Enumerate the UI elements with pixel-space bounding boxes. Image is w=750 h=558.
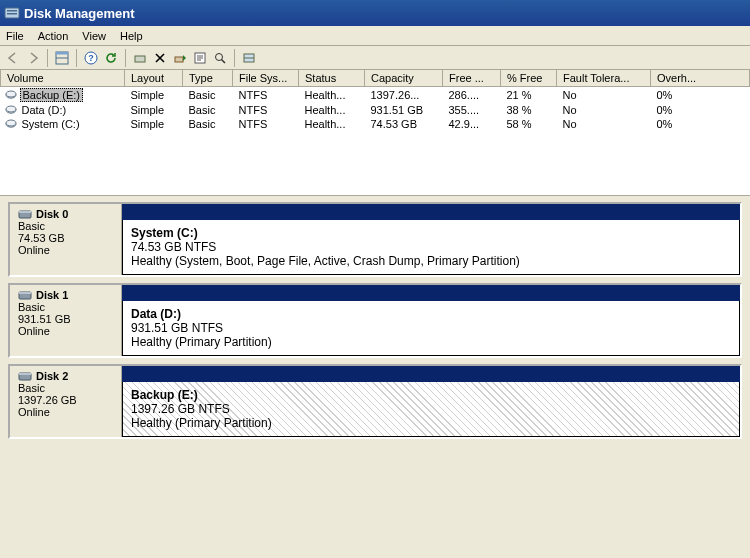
volume-icon	[5, 89, 17, 101]
volume-pctfree: 58 %	[501, 117, 557, 131]
toolbar-separator	[47, 49, 48, 67]
volume-row[interactable]: Data (D:)SimpleBasicNTFSHealth...931.51 …	[1, 103, 750, 117]
svg-rect-5	[56, 52, 68, 55]
col-pctfree[interactable]: % Free	[501, 70, 557, 87]
svg-rect-8	[135, 56, 145, 62]
col-filesys[interactable]: File Sys...	[233, 70, 299, 87]
volume-fault: No	[557, 103, 651, 117]
volume-type: Basic	[183, 103, 233, 117]
volume-status: Health...	[299, 117, 365, 131]
disk-status: Online	[18, 406, 113, 418]
partition-header-bar	[122, 204, 740, 220]
partition-size: 931.51 GB NTFS	[131, 321, 223, 335]
col-volume[interactable]: Volume	[1, 70, 125, 87]
partition-header-bar	[122, 366, 740, 382]
rescan-button[interactable]	[171, 49, 189, 67]
partition-header-bar	[122, 285, 740, 301]
partition-area[interactable]: Data (D:)931.51 GB NTFSHealthy (Primary …	[122, 285, 740, 356]
disk-size: 931.51 GB	[18, 313, 113, 325]
volume-name: Backup (E:)	[20, 88, 83, 102]
app-icon	[4, 5, 20, 21]
col-type[interactable]: Type	[183, 70, 233, 87]
disk-info: Disk 0Basic74.53 GBOnline	[10, 204, 122, 275]
volume-fs: NTFS	[233, 103, 299, 117]
volume-overhead: 0%	[651, 87, 750, 104]
volume-list[interactable]: Volume Layout Type File Sys... Status Ca…	[0, 70, 750, 195]
volume-fs: NTFS	[233, 87, 299, 104]
volume-icon	[5, 118, 17, 130]
toolbar-separator	[76, 49, 77, 67]
volume-table: Volume Layout Type File Sys... Status Ca…	[0, 70, 750, 131]
volume-overhead: 0%	[651, 117, 750, 131]
disk-row[interactable]: Disk 0Basic74.53 GBOnlineSystem (C:)74.5…	[8, 202, 742, 277]
col-fault[interactable]: Fault Tolera...	[557, 70, 651, 87]
menu-action[interactable]: Action	[38, 30, 69, 42]
volume-overhead: 0%	[651, 103, 750, 117]
forward-button	[24, 49, 42, 67]
menu-view[interactable]: View	[82, 30, 106, 42]
partition-block[interactable]: Backup (E:)1397.26 GB NTFSHealthy (Prima…	[122, 382, 740, 437]
svg-point-20	[6, 120, 16, 126]
delete-button[interactable]	[151, 49, 169, 67]
volume-row[interactable]: System (C:)SimpleBasicNTFSHealth...74.53…	[1, 117, 750, 131]
volume-layout: Simple	[125, 117, 183, 131]
svg-rect-2	[7, 13, 17, 15]
disk-row[interactable]: Disk 1Basic931.51 GBOnlineData (D:)931.5…	[8, 283, 742, 358]
properties-button[interactable]	[191, 49, 209, 67]
disk-row[interactable]: Disk 2Basic1397.26 GBOnlineBackup (E:)13…	[8, 364, 742, 439]
settings-button[interactable]	[240, 49, 258, 67]
view-panes-button[interactable]	[53, 49, 71, 67]
disk-size: 74.53 GB	[18, 232, 113, 244]
volume-capacity: 931.51 GB	[365, 103, 443, 117]
volume-name: Data (D:)	[20, 104, 69, 116]
volume-pctfree: 21 %	[501, 87, 557, 104]
disk-icon	[18, 208, 32, 220]
disk-type: Basic	[18, 220, 113, 232]
help-button[interactable]: ?	[82, 49, 100, 67]
svg-text:?: ?	[88, 53, 94, 63]
disk-map[interactable]: Disk 0Basic74.53 GBOnlineSystem (C:)74.5…	[0, 195, 750, 558]
toolbar-separator	[234, 49, 235, 67]
disk-info: Disk 2Basic1397.26 GBOnline	[10, 366, 122, 437]
svg-point-16	[6, 91, 16, 97]
toolbar: ?	[0, 46, 750, 70]
partition-name: Backup (E:)	[131, 388, 198, 402]
volume-status: Health...	[299, 103, 365, 117]
volume-fault: No	[557, 87, 651, 104]
volume-free: 355....	[443, 103, 501, 117]
col-status[interactable]: Status	[299, 70, 365, 87]
menu-help[interactable]: Help	[120, 30, 143, 42]
search-button[interactable]	[211, 49, 229, 67]
volume-capacity: 74.53 GB	[365, 117, 443, 131]
partition-block[interactable]: System (C:)74.53 GB NTFSHealthy (System,…	[122, 220, 740, 275]
svg-rect-1	[7, 10, 17, 12]
volume-type: Basic	[183, 87, 233, 104]
volume-free: 42.9...	[443, 117, 501, 131]
partition-status: Healthy (System, Boot, Page File, Active…	[131, 254, 520, 268]
volume-capacity: 1397.26...	[365, 87, 443, 104]
col-free[interactable]: Free ...	[443, 70, 501, 87]
svg-rect-24	[19, 292, 31, 294]
window-title: Disk Management	[24, 6, 135, 21]
partition-block[interactable]: Data (D:)931.51 GB NTFSHealthy (Primary …	[122, 301, 740, 356]
menu-file[interactable]: File	[6, 30, 24, 42]
col-capacity[interactable]: Capacity	[365, 70, 443, 87]
col-layout[interactable]: Layout	[125, 70, 183, 87]
volume-layout: Simple	[125, 87, 183, 104]
refresh-button[interactable]	[102, 49, 120, 67]
new-volume-button[interactable]	[131, 49, 149, 67]
disk-title: Disk 1	[36, 289, 68, 301]
partition-name: System (C:)	[131, 226, 198, 240]
svg-line-12	[222, 59, 226, 63]
volume-fs: NTFS	[233, 117, 299, 131]
partition-area[interactable]: Backup (E:)1397.26 GB NTFSHealthy (Prima…	[122, 366, 740, 437]
col-overhead[interactable]: Overh...	[651, 70, 750, 87]
volume-row[interactable]: Backup (E:)SimpleBasicNTFSHealth...1397.…	[1, 87, 750, 104]
disk-title: Disk 2	[36, 370, 68, 382]
partition-status: Healthy (Primary Partition)	[131, 335, 272, 349]
partition-area[interactable]: System (C:)74.53 GB NTFSHealthy (System,…	[122, 204, 740, 275]
volume-layout: Simple	[125, 103, 183, 117]
svg-rect-26	[19, 373, 31, 375]
disk-info: Disk 1Basic931.51 GBOnline	[10, 285, 122, 356]
title-bar: Disk Management	[0, 0, 750, 26]
